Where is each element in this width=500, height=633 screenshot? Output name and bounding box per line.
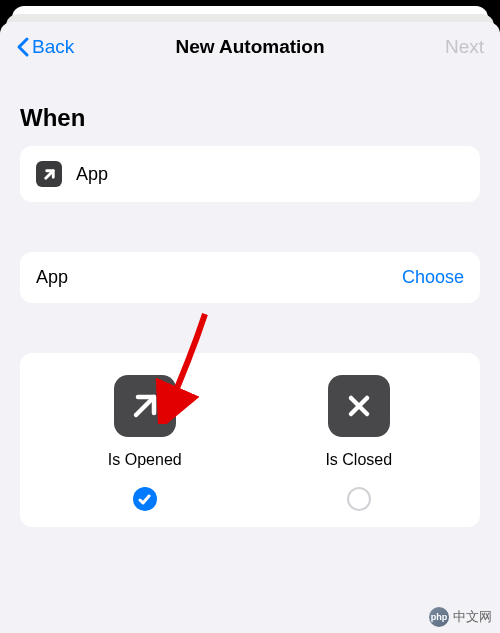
open-arrow-icon: [114, 375, 176, 437]
navigation-bar: Back New Automation Next: [0, 22, 500, 72]
close-x-icon: [328, 375, 390, 437]
content-area: When App App Choose: [0, 72, 500, 527]
svg-line-1: [136, 397, 154, 415]
trigger-app-label: App: [76, 164, 108, 185]
open-app-icon: [36, 161, 62, 187]
chevron-left-icon: [16, 36, 30, 58]
watermark: php 中文网: [429, 607, 492, 627]
radio-closed[interactable]: [347, 487, 371, 511]
section-header: When: [20, 104, 480, 132]
open-close-options: Is Opened Is Closed: [20, 353, 480, 527]
trigger-app-card[interactable]: App: [20, 146, 480, 202]
app-selector-label: App: [36, 267, 68, 288]
checkmark-icon: [138, 493, 151, 506]
watermark-icon: php: [429, 607, 449, 627]
option-is-closed[interactable]: Is Closed: [325, 375, 392, 511]
app-selector-row[interactable]: App Choose: [20, 252, 480, 303]
back-button[interactable]: Back: [16, 36, 74, 58]
main-sheet: Back New Automation Next When App App Ch…: [0, 22, 500, 633]
radio-opened[interactable]: [133, 487, 157, 511]
option-is-opened[interactable]: Is Opened: [108, 375, 182, 511]
watermark-text: 中文网: [453, 608, 492, 626]
next-button[interactable]: Next: [445, 36, 484, 58]
choose-button[interactable]: Choose: [402, 267, 464, 288]
option-opened-label: Is Opened: [108, 451, 182, 469]
page-title: New Automation: [175, 36, 324, 58]
option-closed-label: Is Closed: [325, 451, 392, 469]
back-label: Back: [32, 36, 74, 58]
